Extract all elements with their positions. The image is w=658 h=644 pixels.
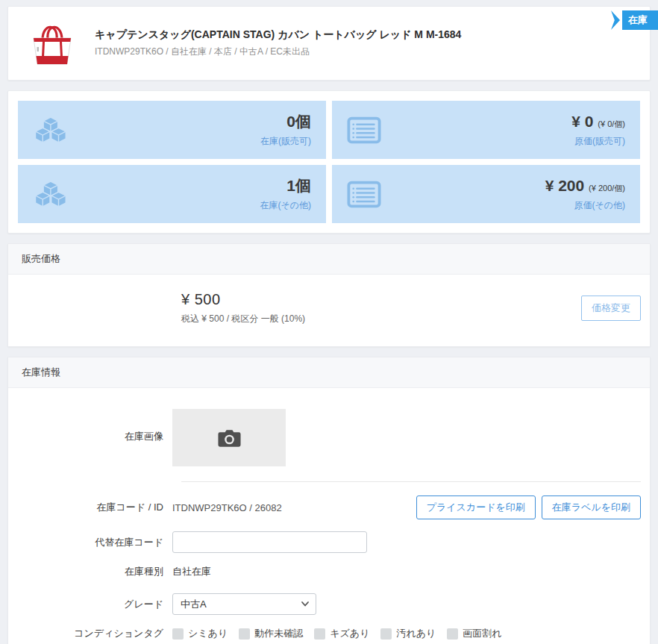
print-stock-label-button[interactable]: 在庫ラベルを印刷 (542, 495, 641, 519)
stat-value: ¥ 200 (¥ 200/個) (545, 177, 625, 197)
inventory-info-section: 在庫情報 在庫画像 在庫コード / ID ITDNWP29TK6O / 2608… (7, 357, 651, 644)
checkbox-icon[interactable] (380, 628, 392, 640)
product-subtitle: ITDNWP29TK6O / 自社在庫 / 本店 / 中古A / EC未出品 (95, 46, 461, 58)
price-tax-detail: 税込 ¥ 500 / 税区分 一般 (10%) (181, 313, 305, 325)
sales-price-section-title: 販売価格 (8, 244, 650, 275)
stat-label: 在庫(その他) (260, 199, 311, 212)
condition-tag-label: シミあり (188, 627, 228, 640)
checkbox-icon[interactable] (239, 628, 250, 640)
price-block: ¥ 500 税込 ¥ 500 / 税区分 一般 (10%) (181, 291, 305, 325)
checkbox-icon[interactable] (447, 628, 458, 640)
stock-type-label: 在庫種別 (8, 565, 172, 578)
stat-label: 在庫(販売可) (260, 135, 311, 148)
condition-tags-row: コンディションタグ シミあり 動作未確認 キズあり 汚れあり 画面割れ (8, 627, 641, 640)
condition-tag-shimi[interactable]: シミあり (172, 627, 228, 640)
list-icon (347, 116, 381, 144)
inventory-info-section-title: 在庫情報 (8, 357, 650, 388)
badge-chevron-icon (611, 10, 620, 30)
stat-card-stock-other: 1個 在庫(その他) (18, 165, 326, 223)
condition-tag-label: キズあり (330, 627, 369, 640)
product-header-card: キャプテンスタッグ(CAPTAIN STAG) カバン トートバッグ レッド M… (7, 6, 651, 81)
condition-tag-gamen[interactable]: 画面割れ (447, 627, 501, 640)
inventory-image-row: 在庫画像 (8, 409, 641, 466)
inventory-code-label: 在庫コード / ID (8, 501, 172, 514)
form-divider (181, 481, 641, 482)
stat-value: ¥ 0 (¥ 0/個) (571, 113, 625, 133)
sales-price-section: 販売価格 ¥ 500 税込 ¥ 500 / 税区分 一般 (10%) 価格変更 (7, 243, 651, 347)
alt-code-row: 代替在庫コード (8, 531, 641, 553)
condition-tag-label: 動作未確認 (254, 627, 303, 640)
condition-tag-kizu[interactable]: キズあり (314, 627, 369, 640)
stat-card-cost-other: ¥ 200 (¥ 200/個) 原価(その他) (332, 165, 640, 223)
sales-price-body: ¥ 500 税込 ¥ 500 / 税区分 一般 (10%) 価格変更 (8, 275, 650, 346)
alt-code-input[interactable] (172, 531, 367, 553)
condition-tag-yogore[interactable]: 汚れあり (380, 627, 436, 640)
condition-tag-label: 画面割れ (463, 627, 501, 640)
cubes-icon (33, 179, 67, 209)
stat-card-stock-sellable: 0個 在庫(販売可) (18, 101, 326, 159)
badge-label: 在庫 (622, 10, 658, 30)
stat-value: 1個 (260, 177, 311, 197)
grade-select-wrap: 中古A (172, 593, 316, 615)
list-icon (347, 181, 381, 208)
inventory-code-value: ITDNWP29TK6O / 26082 (172, 502, 282, 513)
condition-tags-group: シミあり 動作未確認 キズあり 汚れあり 画面割れ (172, 627, 502, 640)
stat-label: 原価(その他) (545, 199, 625, 212)
condition-tag-label: 汚れあり (396, 627, 436, 640)
print-price-card-button[interactable]: プライスカードを印刷 (416, 495, 536, 519)
stock-type-value: 自社在庫 (172, 565, 211, 578)
grade-row: グレード 中古A (8, 593, 641, 615)
inventory-info-body: 在庫画像 在庫コード / ID ITDNWP29TK6O / 26082 プライ… (8, 388, 650, 644)
change-price-button[interactable]: 価格変更 (581, 296, 641, 321)
stock-type-row: 在庫種別 自社在庫 (8, 565, 641, 578)
inventory-image-label: 在庫画像 (8, 409, 172, 443)
stock-status-badge: 在庫 (611, 10, 658, 30)
cubes-icon (33, 115, 67, 145)
condition-tags-label: コンディションタグ (8, 627, 172, 640)
stat-label: 原価(販売可) (571, 135, 625, 148)
condition-tag-dousa[interactable]: 動作未確認 (239, 627, 303, 640)
print-button-group: プライスカードを印刷 在庫ラベルを印刷 (416, 495, 641, 519)
stat-value: 0個 (260, 113, 311, 133)
stat-card-cost-sellable: ¥ 0 (¥ 0/個) 原価(販売可) (332, 101, 640, 159)
product-header-text: キャプテンスタッグ(CAPTAIN STAG) カバン トートバッグ レッド M… (95, 28, 461, 58)
inventory-code-row: 在庫コード / ID ITDNWP29TK6O / 26082 プライスカードを… (8, 495, 641, 519)
checkbox-icon[interactable] (314, 628, 325, 640)
stats-summary-card: 0個 在庫(販売可) ¥ 0 (¥ 0/個) 原価(販売可) (7, 90, 651, 234)
grade-label: グレード (8, 598, 172, 611)
product-title: キャプテンスタッグ(CAPTAIN STAG) カバン トートバッグ レッド M… (95, 28, 461, 42)
camera-icon (217, 428, 242, 448)
alt-code-label: 代替在庫コード (8, 536, 172, 549)
product-tote-bag-image (26, 17, 78, 69)
price-value: ¥ 500 (181, 291, 305, 308)
checkbox-icon[interactable] (172, 628, 184, 640)
grade-select[interactable]: 中古A (172, 593, 316, 615)
inventory-image-placeholder[interactable] (172, 409, 286, 466)
